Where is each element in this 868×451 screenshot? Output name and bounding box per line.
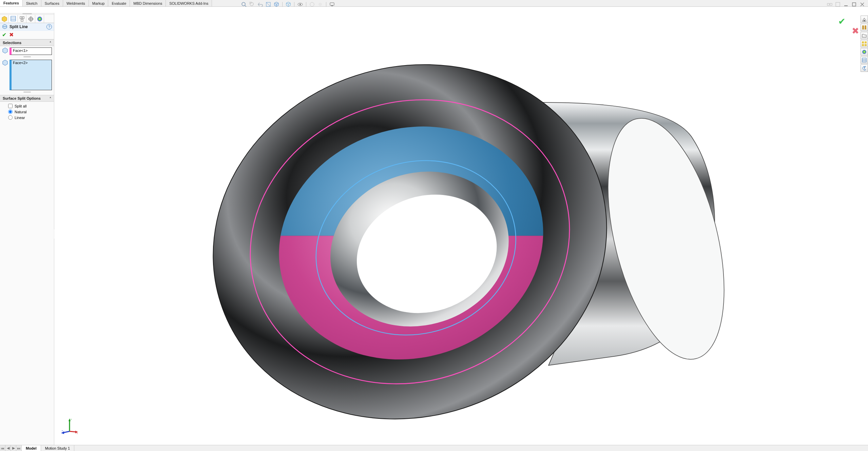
next-tab-button[interactable]: ▶ [11,445,16,451]
custom-properties-icon[interactable] [861,56,868,64]
svg-rect-19 [20,17,22,19]
command-tab-markup[interactable]: Markup [89,0,109,6]
svg-rect-43 [862,41,864,43]
svg-rect-41 [862,25,864,30]
svg-rect-48 [862,58,866,62]
svg-point-2 [250,2,253,6]
pm-confirm-row: ✔ ✖ [0,31,54,39]
svg-rect-11 [827,3,829,5]
bottom-tab-motion-study-1[interactable]: Motion Study 1 [41,445,74,451]
svg-point-8 [319,3,322,6]
orientation-triad[interactable]: y x z [61,418,78,435]
svg-rect-46 [865,44,867,46]
svg-rect-12 [830,3,832,5]
last-tab-button[interactable]: ⏭ [16,445,22,451]
command-manager-tabs: FeaturesSketchSurfacesWeldmentsMarkupEva… [0,0,868,7]
svg-rect-10 [331,5,333,6]
solidworks-resources-icon[interactable] [861,16,868,23]
natural-label: Natural [15,110,26,114]
svg-rect-15 [852,3,856,6]
feature-manager-tab[interactable] [0,15,9,23]
dimxpert-manager-tab[interactable] [26,15,35,23]
svg-rect-42 [865,25,866,30]
property-manager-panel: Split Line ? ✔ ✖ Selections ˄ Face<1> Fa… [0,13,54,445]
list-item[interactable]: Face<1> [12,48,52,53]
selections-header[interactable]: Selections ˄ [0,39,54,46]
linear-label: Linear [15,116,25,120]
surface-split-header-label: Surface Split Options [3,96,41,100]
svg-rect-45 [862,44,864,46]
split-all-checkbox[interactable] [8,104,13,108]
command-tab-evaluate[interactable]: Evaluate [108,0,130,6]
help-icon[interactable]: ? [46,24,52,30]
svg-rect-44 [865,41,867,43]
triad-z-label: z [62,430,63,432]
svg-rect-21 [21,19,23,21]
surface-split-header[interactable]: Surface Split Options ˄ [0,95,54,102]
appearances-icon[interactable] [861,48,868,56]
svg-rect-40 [864,20,865,21]
command-tab-sketch[interactable]: Sketch [23,0,41,6]
command-tab-mbd-dimensions[interactable]: MBD Dimensions [130,0,166,6]
svg-rect-20 [22,17,24,19]
command-tab-solidworks-add-ins[interactable]: SOLIDWORKS Add-Ins [166,0,212,6]
command-tab-features[interactable]: Features [0,0,23,6]
list-resize-handle[interactable] [2,92,52,94]
model-scene [54,7,868,445]
svg-rect-16 [11,16,16,21]
triad-y-label: y [71,418,72,420]
natural-option[interactable]: Natural [2,109,52,115]
svg-point-47 [862,50,866,54]
forum-icon[interactable] [861,64,868,72]
surface-split-body: Split all Natural Linear [0,102,54,122]
svg-point-7 [310,2,314,6]
command-tab-weldments[interactable]: Weldments [63,0,89,6]
command-tab-surfaces[interactable]: Surfaces [41,0,63,6]
bottom-tab-model[interactable]: Model [22,445,41,451]
svg-rect-9 [330,3,334,5]
file-explorer-icon[interactable] [861,32,868,39]
pm-page-tabs [0,15,54,23]
list-item[interactable]: Face<2> [12,60,52,65]
svg-marker-39 [61,431,64,434]
linear-radio[interactable] [8,115,13,120]
design-library-icon[interactable] [861,24,868,31]
pm-title: Split Line [9,24,44,29]
triad-x-label: x [77,432,78,434]
svg-point-6 [300,4,301,5]
linear-option[interactable]: Linear [2,115,52,120]
target-body-icon [2,60,8,66]
graphics-viewport[interactable]: y x z ✔ ✖ [54,7,868,445]
property-manager-tab[interactable] [9,15,18,23]
display-manager-tab[interactable] [35,15,44,23]
svg-rect-13 [836,2,840,6]
target-faces-list[interactable]: Face<2> [9,60,52,90]
selections-body: Face<1> Face<2> [0,46,54,95]
tool-body-icon [2,47,8,54]
split-all-option[interactable]: Split all [2,103,52,109]
svg-point-25 [37,17,42,21]
chevron-up-icon: ˄ [50,41,51,45]
bottom-tab-bar: ⏮ ◀ ▶ ⏭ ModelMotion Study 1 [0,445,868,451]
splitting-tool-list[interactable]: Face<1> [9,47,52,55]
reject-feature-button[interactable]: ✖ [852,26,859,36]
split-all-label: Split all [15,104,26,108]
natural-radio[interactable] [8,110,13,114]
selections-header-label: Selections [3,41,21,45]
first-tab-button[interactable]: ⏮ [0,445,5,451]
cancel-button[interactable]: ✖ [9,32,14,38]
task-pane [861,16,868,72]
pm-title-bar: Split Line ? [0,23,54,31]
view-palette-icon[interactable] [861,40,868,47]
split-line-icon [2,24,7,30]
chevron-up-icon: ˄ [50,97,51,100]
confirm-feature-button[interactable]: ✔ [838,16,846,27]
ok-button[interactable]: ✔ [2,32,6,38]
svg-point-0 [242,2,245,6]
list-resize-handle[interactable] [2,56,52,58]
prev-tab-button[interactable]: ◀ [5,445,11,451]
configuration-manager-tab[interactable] [18,15,26,23]
